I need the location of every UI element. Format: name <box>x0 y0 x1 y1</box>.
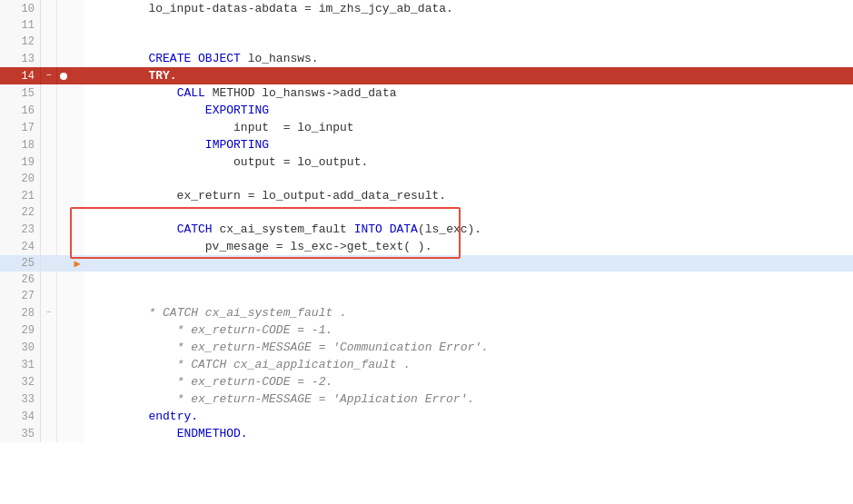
fold-toggle <box>41 136 57 153</box>
line-code <box>84 288 853 304</box>
line-number: 17 <box>0 119 41 136</box>
breakpoint-area[interactable] <box>57 34 70 50</box>
fold-toggle[interactable]: − <box>41 304 57 321</box>
arrow-indicator <box>70 425 84 442</box>
line-code: EXPORTING <box>84 102 853 119</box>
breakpoint-area[interactable] <box>57 84 70 102</box>
fold-toggle <box>41 204 57 221</box>
fold-toggle <box>41 339 57 356</box>
line-number: 16 <box>0 102 41 119</box>
breakpoint-area[interactable] <box>57 356 70 373</box>
line-number: 35 <box>0 425 41 442</box>
fold-toggle <box>41 321 57 339</box>
breakpoint-area[interactable] <box>57 373 70 390</box>
arrow-indicator <box>70 0 84 17</box>
breakpoint-area[interactable] <box>57 119 70 136</box>
breakpoint-area[interactable] <box>57 187 70 204</box>
line-code: TRY. <box>84 67 853 84</box>
line-code: IMPORTING <box>84 136 853 153</box>
breakpoint-area[interactable] <box>57 288 70 304</box>
code-line: 19 output = lo_output. <box>0 153 853 171</box>
line-code: * ex_return-MESSAGE = 'Application Error… <box>84 390 853 408</box>
arrow-indicator <box>70 34 84 50</box>
breakpoint-area[interactable] <box>57 255 70 272</box>
arrow-indicator <box>70 339 84 356</box>
arrow-indicator <box>70 272 84 288</box>
line-code <box>84 34 853 50</box>
line-number: 28 <box>0 304 41 321</box>
breakpoint-area[interactable] <box>57 17 70 34</box>
code-line: 10 lo_input-datas-abdata = im_zhs_jcy_ab… <box>0 0 853 17</box>
line-code: output = lo_output. <box>84 153 853 171</box>
fold-toggle <box>41 0 57 17</box>
fold-toggle <box>41 221 57 238</box>
line-number: 14 <box>0 67 41 84</box>
breakpoint-area[interactable] <box>57 408 70 425</box>
line-code <box>84 204 853 221</box>
code-line: 15 CALL METHOD lo_hansws->add_data <box>0 84 853 102</box>
fold-toggle <box>41 373 57 390</box>
fold-icon: − <box>45 309 51 318</box>
fold-toggle[interactable]: − <box>41 67 57 84</box>
code-line: 23 CATCH cx_ai_system_fault INTO DATA(ls… <box>0 221 853 238</box>
fold-toggle <box>41 84 57 102</box>
line-number: 21 <box>0 187 41 204</box>
line-code: CALL METHOD lo_hansws->add_data <box>84 84 853 102</box>
breakpoint-area[interactable] <box>57 272 70 288</box>
breakpoint-area[interactable] <box>57 204 70 221</box>
breakpoint-area[interactable] <box>57 304 70 321</box>
editor-container: 10 lo_input-datas-abdata = im_zhs_jcy_ab… <box>0 0 853 504</box>
arrow-indicator <box>70 373 84 390</box>
line-number: 11 <box>0 17 41 34</box>
breakpoint-area[interactable] <box>57 221 70 238</box>
code-line: 30 * ex_return-MESSAGE = 'Communication … <box>0 339 853 356</box>
fold-toggle <box>41 50 57 67</box>
line-code <box>84 255 853 272</box>
line-code: * ex_return-MESSAGE = 'Communication Err… <box>84 339 853 356</box>
code-line: 12 <box>0 34 853 50</box>
breakpoint-area[interactable] <box>57 171 70 187</box>
fold-toggle <box>41 171 57 187</box>
arrow-indicator <box>70 221 84 238</box>
fold-toggle <box>41 17 57 34</box>
breakpoint-area[interactable] <box>57 238 70 255</box>
breakpoint-area[interactable] <box>57 321 70 339</box>
breakpoint-area[interactable] <box>57 67 70 84</box>
breakpoint-area[interactable] <box>57 153 70 171</box>
breakpoint-area[interactable] <box>57 339 70 356</box>
line-number: 34 <box>0 408 41 425</box>
code-line: 13 CREATE OBJECT lo_hansws. <box>0 50 853 67</box>
breakpoint-dot <box>60 73 67 80</box>
fold-toggle <box>41 34 57 50</box>
breakpoint-area[interactable] <box>57 0 70 17</box>
line-code: * ex_return-CODE = -2. <box>84 373 853 390</box>
line-code: * CATCH cx_ai_system_fault . <box>84 304 853 321</box>
code-line: 29 * ex_return-CODE = -1. <box>0 321 853 339</box>
code-line: 14− TRY. <box>0 67 853 84</box>
arrow-indicator <box>70 238 84 255</box>
breakpoint-area[interactable] <box>57 425 70 442</box>
arrow-indicator <box>70 102 84 119</box>
line-code: endtry. <box>84 408 853 425</box>
line-code: * CATCH cx_ai_application_fault . <box>84 356 853 373</box>
arrow-indicator <box>70 321 84 339</box>
fold-toggle <box>41 408 57 425</box>
code-line: 27 <box>0 288 853 304</box>
line-code: ENDMETHOD. <box>84 425 853 442</box>
line-number: 10 <box>0 0 41 17</box>
line-number: 15 <box>0 84 41 102</box>
breakpoint-area[interactable] <box>57 136 70 153</box>
line-number: 20 <box>0 171 41 187</box>
line-code: * ex_return-CODE = -1. <box>84 321 853 339</box>
code-area: 10 lo_input-datas-abdata = im_zhs_jcy_ab… <box>0 0 853 504</box>
line-code <box>84 171 853 187</box>
arrow-indicator: ▶ <box>70 255 84 272</box>
breakpoint-area[interactable] <box>57 390 70 408</box>
breakpoint-area[interactable] <box>57 50 70 67</box>
arrow-indicator <box>70 390 84 408</box>
code-line: 25▶ <box>0 255 853 272</box>
breakpoint-area[interactable] <box>57 102 70 119</box>
fold-toggle <box>41 255 57 272</box>
arrow-indicator <box>70 288 84 304</box>
code-line: 32 * ex_return-CODE = -2. <box>0 373 853 390</box>
